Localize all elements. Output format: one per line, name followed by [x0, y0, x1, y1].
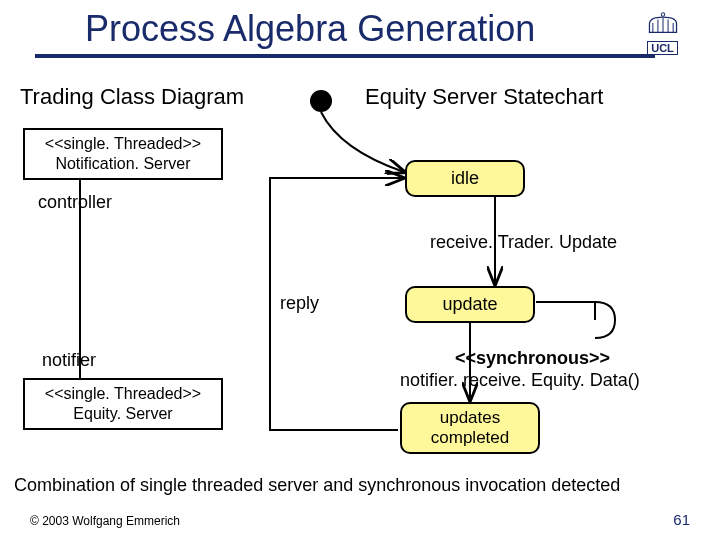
event-receive-label: receive. Trader. Update — [430, 232, 617, 253]
state-update: update — [405, 286, 535, 323]
right-section-title: Equity Server Statechart — [365, 84, 603, 110]
role-notifier: notifier — [42, 350, 96, 371]
page-title: Process Algebra Generation — [85, 8, 535, 50]
logo-text: UCL — [647, 41, 678, 55]
equity-server-box: <<single. Threaded>> Equity. Server — [23, 378, 223, 430]
equity-server-stereotype: <<single. Threaded>> — [31, 384, 215, 404]
notification-server-stereotype: <<single. Threaded>> — [31, 134, 215, 154]
svg-point-5 — [661, 13, 664, 16]
initial-state-icon — [310, 90, 332, 112]
equity-server-name: Equity. Server — [31, 404, 215, 424]
call-text: notifier. receive. Equity. Data() — [400, 370, 640, 391]
role-controller: controller — [38, 192, 112, 213]
call-stereotype: <<synchronous>> — [455, 348, 610, 369]
caption-text: Combination of single threaded server an… — [14, 475, 620, 496]
state-idle: idle — [405, 160, 525, 197]
title-underline — [35, 54, 655, 58]
ucl-logo: UCL — [635, 12, 690, 54]
left-section-title: Trading Class Diagram — [20, 84, 244, 110]
reply-label: reply — [280, 293, 319, 314]
notification-server-name: Notification. Server — [31, 154, 215, 174]
notification-server-box: <<single. Threaded>> Notification. Serve… — [23, 128, 223, 180]
state-completed: updates completed — [400, 402, 540, 454]
arrows-layer — [0, 0, 720, 540]
page-number: 61 — [673, 511, 690, 528]
copyright-text: © 2003 Wolfgang Emmerich — [30, 514, 180, 528]
dome-icon — [646, 12, 680, 34]
